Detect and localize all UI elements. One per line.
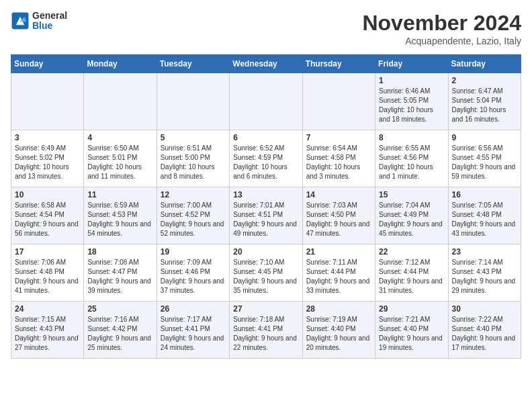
- day-number: 18: [87, 247, 152, 257]
- day-number: 4: [87, 133, 152, 142]
- calendar-cell: 30Sunrise: 7:22 AM Sunset: 4:40 PM Dayli…: [448, 302, 521, 359]
- day-number: 23: [452, 247, 517, 257]
- calendar-cell: 7Sunrise: 6:54 AM Sunset: 4:58 PM Daylig…: [302, 130, 375, 187]
- calendar-cell: 14Sunrise: 7:03 AM Sunset: 4:50 PM Dayli…: [302, 187, 375, 244]
- day-info: Sunrise: 7:16 AM Sunset: 4:42 PM Dayligh…: [87, 315, 152, 353]
- day-info: Sunrise: 6:46 AM Sunset: 5:05 PM Dayligh…: [379, 87, 444, 124]
- day-number: 22: [379, 247, 444, 257]
- day-number: 19: [161, 247, 226, 257]
- header-sunday: Sunday: [11, 55, 84, 73]
- day-info: Sunrise: 7:21 AM Sunset: 4:40 PM Dayligh…: [379, 315, 444, 353]
- calendar-cell: 21Sunrise: 7:11 AM Sunset: 4:44 PM Dayli…: [302, 244, 375, 302]
- day-number: 29: [379, 304, 444, 314]
- day-info: Sunrise: 6:50 AM Sunset: 5:01 PM Dayligh…: [87, 144, 152, 181]
- calendar-cell: 13Sunrise: 7:01 AM Sunset: 4:51 PM Dayli…: [230, 187, 302, 244]
- calendar-cell: 27Sunrise: 7:18 AM Sunset: 4:41 PM Dayli…: [230, 302, 302, 359]
- day-info: Sunrise: 6:49 AM Sunset: 5:02 PM Dayligh…: [15, 144, 80, 181]
- calendar-cell: 29Sunrise: 7:21 AM Sunset: 4:40 PM Dayli…: [375, 302, 448, 359]
- calendar-cell: 3Sunrise: 6:49 AM Sunset: 5:02 PM Daylig…: [11, 130, 84, 187]
- week-row-4: 17Sunrise: 7:06 AM Sunset: 4:48 PM Dayli…: [11, 244, 521, 302]
- week-row-5: 24Sunrise: 7:15 AM Sunset: 4:43 PM Dayli…: [11, 302, 521, 359]
- day-number: 12: [161, 190, 226, 199]
- day-number: 20: [233, 247, 298, 257]
- calendar-cell: 18Sunrise: 7:08 AM Sunset: 4:47 PM Dayli…: [84, 244, 157, 302]
- logo-text: General Blue: [32, 11, 67, 32]
- day-info: Sunrise: 6:56 AM Sunset: 4:55 PM Dayligh…: [452, 144, 517, 181]
- day-info: Sunrise: 6:58 AM Sunset: 4:54 PM Dayligh…: [15, 201, 80, 238]
- calendar-cell: 4Sunrise: 6:50 AM Sunset: 5:01 PM Daylig…: [84, 130, 157, 187]
- calendar-cell: 5Sunrise: 6:51 AM Sunset: 5:00 PM Daylig…: [157, 130, 229, 187]
- calendar-cell: [230, 73, 302, 130]
- calendar-cell: 2Sunrise: 6:47 AM Sunset: 5:04 PM Daylig…: [448, 73, 521, 130]
- header-friday: Friday: [375, 55, 448, 73]
- week-row-1: 1Sunrise: 6:46 AM Sunset: 5:05 PM Daylig…: [11, 73, 521, 130]
- calendar-cell: 23Sunrise: 7:14 AM Sunset: 4:43 PM Dayli…: [448, 244, 521, 302]
- calendar-cell: 25Sunrise: 7:16 AM Sunset: 4:42 PM Dayli…: [84, 302, 157, 359]
- calendar-cell: [11, 73, 84, 130]
- day-number: 25: [87, 304, 152, 314]
- day-number: 24: [15, 304, 80, 314]
- location: Acquapendente, Lazio, Italy: [362, 36, 521, 46]
- day-info: Sunrise: 6:55 AM Sunset: 4:56 PM Dayligh…: [379, 144, 444, 181]
- calendar-cell: [157, 73, 229, 130]
- week-row-3: 10Sunrise: 6:58 AM Sunset: 4:54 PM Dayli…: [11, 187, 521, 244]
- day-number: 10: [15, 190, 80, 199]
- day-number: 15: [379, 190, 444, 199]
- title-block: November 2024 Acquapendente, Lazio, Ital…: [362, 11, 521, 46]
- calendar-cell: 28Sunrise: 7:19 AM Sunset: 4:40 PM Dayli…: [302, 302, 375, 359]
- day-number: 27: [233, 304, 298, 314]
- calendar-cell: 1Sunrise: 6:46 AM Sunset: 5:05 PM Daylig…: [375, 73, 448, 130]
- day-info: Sunrise: 7:17 AM Sunset: 4:41 PM Dayligh…: [161, 315, 226, 353]
- day-info: Sunrise: 6:47 AM Sunset: 5:04 PM Dayligh…: [452, 87, 517, 124]
- day-number: 26: [161, 304, 226, 314]
- logo-line1: General: [32, 11, 67, 21]
- calendar-header: SundayMondayTuesdayWednesdayThursdayFrid…: [11, 55, 521, 73]
- calendar-cell: 17Sunrise: 7:06 AM Sunset: 4:48 PM Dayli…: [11, 244, 84, 302]
- day-info: Sunrise: 6:54 AM Sunset: 4:58 PM Dayligh…: [306, 144, 371, 181]
- day-number: 6: [233, 133, 298, 142]
- calendar-cell: 22Sunrise: 7:12 AM Sunset: 4:44 PM Dayli…: [375, 244, 448, 302]
- day-info: Sunrise: 7:01 AM Sunset: 4:51 PM Dayligh…: [233, 201, 298, 238]
- day-info: Sunrise: 7:08 AM Sunset: 4:47 PM Dayligh…: [87, 258, 152, 295]
- day-number: 16: [452, 190, 517, 199]
- day-info: Sunrise: 7:06 AM Sunset: 4:48 PM Dayligh…: [15, 258, 80, 295]
- header-wednesday: Wednesday: [230, 55, 302, 73]
- calendar-cell: 15Sunrise: 7:04 AM Sunset: 4:49 PM Dayli…: [375, 187, 448, 244]
- day-number: 28: [306, 304, 371, 314]
- day-info: Sunrise: 7:12 AM Sunset: 4:44 PM Dayligh…: [379, 258, 444, 295]
- calendar-cell: 6Sunrise: 6:52 AM Sunset: 4:59 PM Daylig…: [230, 130, 302, 187]
- day-info: Sunrise: 6:59 AM Sunset: 4:53 PM Dayligh…: [87, 201, 152, 238]
- header-tuesday: Tuesday: [157, 55, 229, 73]
- day-info: Sunrise: 7:05 AM Sunset: 4:48 PM Dayligh…: [452, 201, 517, 238]
- calendar-cell: 19Sunrise: 7:09 AM Sunset: 4:46 PM Dayli…: [157, 244, 229, 302]
- calendar-cell: 10Sunrise: 6:58 AM Sunset: 4:54 PM Dayli…: [11, 187, 84, 244]
- calendar-cell: 8Sunrise: 6:55 AM Sunset: 4:56 PM Daylig…: [375, 130, 448, 187]
- day-info: Sunrise: 7:04 AM Sunset: 4:49 PM Dayligh…: [379, 201, 444, 238]
- day-info: Sunrise: 7:19 AM Sunset: 4:40 PM Dayligh…: [306, 315, 371, 353]
- day-number: 7: [306, 133, 371, 142]
- day-number: 1: [379, 76, 444, 85]
- calendar-cell: 26Sunrise: 7:17 AM Sunset: 4:41 PM Dayli…: [157, 302, 229, 359]
- header-monday: Monday: [84, 55, 157, 73]
- calendar-cell: 9Sunrise: 6:56 AM Sunset: 4:55 PM Daylig…: [448, 130, 521, 187]
- day-info: Sunrise: 7:00 AM Sunset: 4:52 PM Dayligh…: [161, 201, 226, 238]
- day-info: Sunrise: 7:15 AM Sunset: 4:43 PM Dayligh…: [15, 315, 80, 353]
- logo: General Blue: [11, 11, 67, 32]
- calendar-cell: 12Sunrise: 7:00 AM Sunset: 4:52 PM Dayli…: [157, 187, 229, 244]
- day-info: Sunrise: 7:14 AM Sunset: 4:43 PM Dayligh…: [452, 258, 517, 295]
- day-info: Sunrise: 7:18 AM Sunset: 4:41 PM Dayligh…: [233, 315, 298, 353]
- page-header: General Blue November 2024 Acquapendente…: [11, 11, 521, 46]
- calendar-cell: [302, 73, 375, 130]
- month-title: November 2024: [362, 11, 521, 36]
- day-number: 21: [306, 247, 371, 257]
- day-number: 5: [161, 133, 226, 142]
- calendar-cell: [84, 73, 157, 130]
- day-number: 13: [233, 190, 298, 199]
- header-thursday: Thursday: [302, 55, 375, 73]
- calendar-cell: 20Sunrise: 7:10 AM Sunset: 4:45 PM Dayli…: [230, 244, 302, 302]
- logo-line2: Blue: [32, 21, 67, 31]
- day-info: Sunrise: 6:52 AM Sunset: 4:59 PM Dayligh…: [233, 144, 298, 181]
- day-info: Sunrise: 7:22 AM Sunset: 4:40 PM Dayligh…: [452, 315, 517, 353]
- calendar-cell: 16Sunrise: 7:05 AM Sunset: 4:48 PM Dayli…: [448, 187, 521, 244]
- day-number: 3: [15, 133, 80, 142]
